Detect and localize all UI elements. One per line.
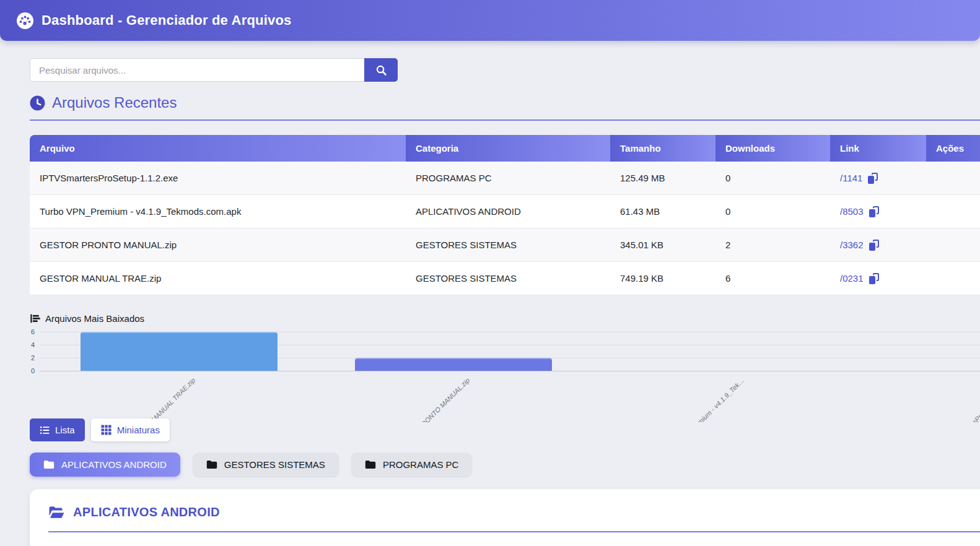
chart-title: Arquivos Mais Baixados [30, 313, 144, 324]
column-header-arquivo: Arquivo [30, 135, 406, 162]
cell-downloads: 0 [715, 195, 830, 228]
list-view-button[interactable]: Lista [30, 418, 85, 441]
cell-link: /0231 [830, 262, 926, 295]
column-header-acoes: Ações [926, 135, 980, 162]
recent-heading-divider [30, 119, 980, 121]
cell-tamanho: 125.49 MB [610, 162, 715, 194]
cell-acoes [926, 162, 980, 194]
cell-link: /8503 [830, 195, 926, 228]
category-button-programas-pc[interactable]: PROGRAMAS PC [351, 453, 473, 477]
cell-arquivo: GESTOR MANUAL TRAE.zip [30, 262, 406, 295]
category-button-label: APLICATIVOS ANDROID [61, 459, 167, 470]
category-section-title: APLICATIVOS ANDROID [73, 505, 220, 519]
copy-link-icon[interactable] [869, 206, 879, 217]
chart-ytick-label: 0 [12, 367, 35, 375]
chart-xtick-label: GESTOR MANUAL TRAE.zip [128, 376, 197, 422]
cell-tamanho: 345.01 KB [610, 228, 715, 261]
category-buttons: APLICATIVOS ANDROIDGESTORES SISTEMASPROG… [30, 453, 472, 477]
cell-link: /1141 [830, 162, 926, 194]
category-button-gestores-sistemas[interactable]: GESTORES SISTEMAS [193, 453, 339, 477]
view-toggle: Lista Miniaturas [30, 418, 170, 441]
clock-icon [30, 95, 45, 111]
recent-files-title: Arquivos Recentes [52, 94, 177, 111]
chart-xtick-label: GESTOR PRONTO MANUAL.zip [395, 376, 471, 422]
category-section-card: APLICATIVOS ANDROID [30, 489, 980, 546]
cell-categoria: GESTORES SISTEMAS [406, 262, 610, 295]
folder-icon [206, 460, 217, 469]
cell-acoes [926, 195, 980, 228]
copy-link-icon[interactable] [868, 173, 878, 184]
list-icon [40, 425, 50, 435]
thumbnails-view-label: Miniaturas [117, 425, 160, 435]
column-header-tamanho: Tamanho [610, 135, 715, 162]
tachometer-icon [17, 12, 33, 29]
table-row: GESTOR PRONTO MANUAL.zipGESTORES SISTEMA… [30, 228, 980, 262]
list-view-label: Lista [55, 425, 75, 435]
recent-files-table: ArquivoCategoriaTamanhoDownloadsLinkAçõe… [30, 135, 980, 295]
category-button-label: GESTORES SISTEMAS [224, 459, 325, 470]
chart-ytick-label: 2 [12, 354, 35, 362]
cell-acoes [926, 262, 980, 295]
grid-icon [101, 425, 112, 435]
folder-open-icon [48, 505, 65, 519]
copy-link-icon[interactable] [869, 240, 879, 251]
table-row: Turbo VPN_Premium - v4.1.9_Tekmods.com.a… [30, 195, 980, 228]
file-link[interactable]: /0231 [840, 273, 864, 284]
cell-categoria: GESTORES SISTEMAS [406, 228, 610, 261]
cell-link: /3362 [830, 228, 926, 261]
bar-chart-icon [30, 313, 40, 324]
column-header-downloads: Downloads [715, 135, 830, 162]
table-header-row: ArquivoCategoriaTamanhoDownloadsLinkAçõe… [30, 135, 980, 162]
search-button[interactable] [364, 58, 398, 82]
category-button-label: PROGRAMAS PC [383, 459, 459, 470]
table-row: IPTVSmartersProSetup-1.1.2.exePROGRAMAS … [30, 162, 980, 195]
chart-bar [81, 332, 278, 371]
dashboard-screen: Dashboard - Gerenciador de Arquivos Arqu… [0, 0, 980, 546]
cell-downloads: 0 [715, 162, 830, 194]
file-link[interactable]: /3362 [840, 240, 864, 250]
chart-ytick-label: 6 [12, 328, 35, 336]
page-title: Dashboard - Gerenciador de Arquivos [42, 12, 292, 28]
search-input[interactable] [30, 58, 364, 82]
chart-xtick-label: Turbo VPN_Premium - v4.1.9_Tek… [662, 376, 745, 422]
column-header-categoria: Categoria [406, 135, 610, 162]
cell-arquivo: GESTOR PRONTO MANUAL.zip [30, 228, 406, 261]
file-link[interactable]: /8503 [840, 206, 864, 217]
cell-categoria: PROGRAMAS PC [406, 162, 610, 194]
app-header: Dashboard - Gerenciador de Arquivos [0, 0, 980, 41]
table-row: GESTOR MANUAL TRAE.zipGESTORES SISTEMAS7… [30, 262, 980, 295]
chart-xtick-label: IPTVSmartersProSetup-1.1.2.exe [943, 376, 980, 422]
folder-icon [365, 460, 376, 469]
search-bar [30, 58, 398, 82]
column-header-link: Link [830, 135, 926, 162]
table-body: IPTVSmartersProSetup-1.1.2.exePROGRAMAS … [30, 162, 980, 295]
downloads-chart: Arquivos Mais Baixados 6420GESTOR MANUAL… [0, 310, 980, 422]
category-section-divider [48, 531, 980, 532]
cell-acoes [926, 228, 980, 261]
file-link[interactable]: /1141 [840, 173, 862, 183]
chart-gridline [40, 371, 980, 371]
copy-link-icon[interactable] [869, 273, 879, 284]
folder-icon [43, 460, 55, 469]
cell-arquivo: IPTVSmartersProSetup-1.1.2.exe [30, 162, 406, 194]
thumbnails-view-button[interactable]: Miniaturas [91, 418, 170, 441]
cell-downloads: 6 [715, 262, 830, 295]
cell-arquivo: Turbo VPN_Premium - v4.1.9_Tekmods.com.a… [30, 195, 406, 228]
cell-tamanho: 61.43 MB [610, 195, 715, 228]
cell-tamanho: 749.19 KB [610, 262, 715, 295]
chart-bar [355, 358, 552, 371]
cell-categoria: APLICATIVOS ANDROID [406, 195, 610, 228]
search-icon [375, 64, 387, 76]
category-section-heading: APLICATIVOS ANDROID [48, 505, 220, 519]
chart-title-text: Arquivos Mais Baixados [45, 313, 144, 324]
cell-downloads: 2 [715, 228, 830, 261]
recent-files-heading: Arquivos Recentes [30, 94, 177, 111]
category-button-aplicativos-android[interactable]: APLICATIVOS ANDROID [30, 453, 180, 477]
chart-ytick-label: 4 [12, 341, 35, 349]
